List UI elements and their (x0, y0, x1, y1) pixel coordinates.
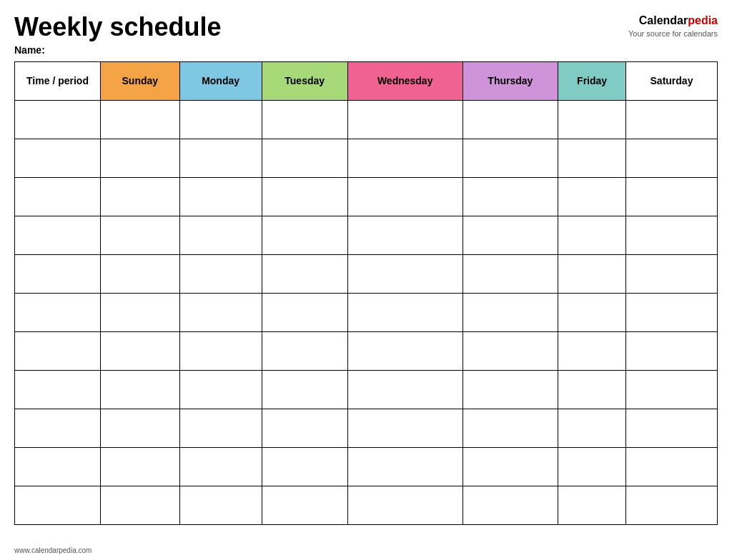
table-cell[interactable] (262, 216, 347, 254)
table-cell[interactable] (463, 447, 558, 486)
table-cell[interactable] (463, 254, 558, 293)
table-cell[interactable] (625, 216, 717, 254)
table-cell[interactable] (179, 486, 262, 524)
table-cell[interactable] (179, 177, 262, 216)
table-cell[interactable] (101, 409, 180, 447)
table-cell[interactable] (558, 100, 626, 139)
table-cell[interactable] (625, 370, 717, 409)
brand-logo: Calendarpedia Your source for calendars (628, 13, 718, 40)
table-cell[interactable] (625, 177, 717, 216)
header-area: Weekly schedule Calendarpedia Your sourc… (14, 13, 718, 41)
table-cell[interactable] (558, 486, 626, 524)
table-cell[interactable] (347, 177, 463, 216)
table-body (15, 100, 718, 524)
table-cell[interactable] (101, 447, 180, 486)
table-cell[interactable] (15, 177, 101, 216)
table-cell[interactable] (347, 216, 463, 254)
table-row (15, 331, 718, 370)
table-cell[interactable] (179, 139, 262, 177)
table-cell[interactable] (625, 254, 717, 293)
table-cell[interactable] (558, 254, 626, 293)
table-cell[interactable] (625, 331, 717, 370)
table-cell[interactable] (101, 331, 180, 370)
table-cell[interactable] (179, 331, 262, 370)
table-cell[interactable] (625, 293, 717, 331)
table-cell[interactable] (558, 370, 626, 409)
table-cell[interactable] (15, 216, 101, 254)
table-cell[interactable] (101, 370, 180, 409)
table-cell[interactable] (347, 409, 463, 447)
table-cell[interactable] (262, 486, 347, 524)
table-cell[interactable] (558, 447, 626, 486)
table-cell[interactable] (347, 254, 463, 293)
table-cell[interactable] (558, 139, 626, 177)
table-cell[interactable] (15, 254, 101, 293)
table-cell[interactable] (558, 177, 626, 216)
table-cell[interactable] (463, 139, 558, 177)
table-cell[interactable] (558, 293, 626, 331)
table-cell[interactable] (15, 447, 101, 486)
header-row: Time / period Sunday Monday Tuesday Wedn… (15, 61, 718, 100)
table-cell[interactable] (625, 447, 717, 486)
col-header-sunday: Sunday (101, 61, 180, 100)
table-cell[interactable] (463, 486, 558, 524)
table-cell[interactable] (463, 100, 558, 139)
table-cell[interactable] (262, 447, 347, 486)
brand-calendar: Calendar (639, 14, 688, 26)
table-cell[interactable] (347, 139, 463, 177)
table-cell[interactable] (262, 331, 347, 370)
table-cell[interactable] (347, 100, 463, 139)
table-cell[interactable] (625, 139, 717, 177)
table-cell[interactable] (262, 409, 347, 447)
table-cell[interactable] (179, 216, 262, 254)
table-cell[interactable] (347, 293, 463, 331)
table-cell[interactable] (179, 370, 262, 409)
footer: www.calendarpedia.com (14, 546, 92, 554)
table-cell[interactable] (179, 447, 262, 486)
table-cell[interactable] (262, 254, 347, 293)
table-cell[interactable] (15, 100, 101, 139)
table-cell[interactable] (463, 331, 558, 370)
table-cell[interactable] (463, 409, 558, 447)
table-cell[interactable] (463, 370, 558, 409)
table-cell[interactable] (101, 216, 180, 254)
table-cell[interactable] (179, 293, 262, 331)
table-row (15, 486, 718, 524)
table-cell[interactable] (101, 486, 180, 524)
table-cell[interactable] (179, 409, 262, 447)
table-cell[interactable] (15, 139, 101, 177)
table-cell[interactable] (101, 293, 180, 331)
table-cell[interactable] (625, 409, 717, 447)
table-cell[interactable] (15, 370, 101, 409)
table-cell[interactable] (15, 409, 101, 447)
table-cell[interactable] (558, 331, 626, 370)
table-cell[interactable] (179, 100, 262, 139)
table-cell[interactable] (15, 331, 101, 370)
table-cell[interactable] (347, 486, 463, 524)
table-cell[interactable] (347, 331, 463, 370)
page-title: Weekly schedule (14, 13, 221, 41)
table-cell[interactable] (101, 100, 180, 139)
table-cell[interactable] (262, 293, 347, 331)
table-cell[interactable] (262, 370, 347, 409)
table-cell[interactable] (558, 216, 626, 254)
table-row (15, 139, 718, 177)
table-cell[interactable] (179, 254, 262, 293)
table-cell[interactable] (262, 100, 347, 139)
col-header-time: Time / period (15, 61, 101, 100)
table-cell[interactable] (463, 177, 558, 216)
table-cell[interactable] (463, 293, 558, 331)
table-cell[interactable] (262, 139, 347, 177)
table-cell[interactable] (625, 100, 717, 139)
table-cell[interactable] (15, 293, 101, 331)
table-cell[interactable] (463, 216, 558, 254)
table-cell[interactable] (101, 177, 180, 216)
table-cell[interactable] (347, 370, 463, 409)
table-cell[interactable] (262, 177, 347, 216)
table-cell[interactable] (101, 254, 180, 293)
table-cell[interactable] (101, 139, 180, 177)
table-cell[interactable] (347, 447, 463, 486)
table-cell[interactable] (558, 409, 626, 447)
table-cell[interactable] (625, 486, 717, 524)
table-cell[interactable] (15, 486, 101, 524)
